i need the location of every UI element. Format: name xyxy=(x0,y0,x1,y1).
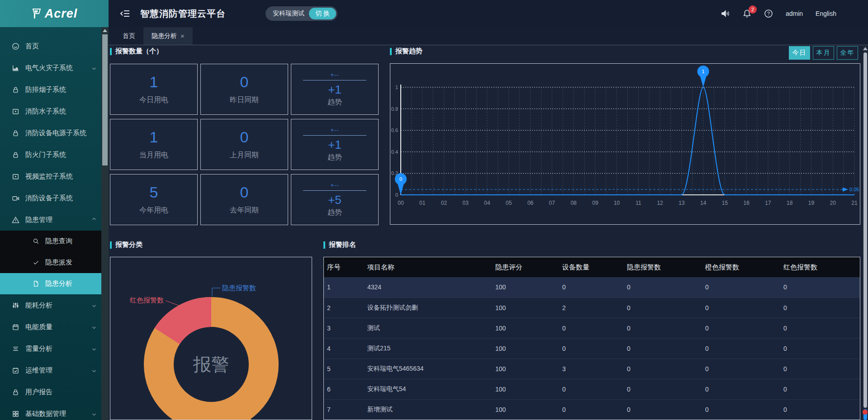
table-cell: 0 xyxy=(624,399,702,420)
svg-text:18: 18 xyxy=(787,200,793,206)
range-button-0[interactable]: 今日 xyxy=(789,46,810,60)
svg-text:07: 07 xyxy=(549,200,555,206)
page-scrollbar[interactable] xyxy=(863,45,868,420)
stat-value: 0 xyxy=(240,129,249,146)
scroll-up-arrow-icon[interactable] xyxy=(103,29,107,32)
warning-icon xyxy=(12,216,19,224)
close-icon[interactable]: × xyxy=(180,32,185,40)
trend-value: +5 xyxy=(328,193,342,207)
sidebar-item-7[interactable]: 消防设备子系统 xyxy=(0,187,101,209)
speaker-icon[interactable] xyxy=(721,9,730,18)
sidebar-collapse-icon[interactable] xyxy=(120,9,130,18)
sidebar-item-4[interactable]: 消防设备电源子系统 xyxy=(0,122,101,144)
svg-text:12: 12 xyxy=(657,200,663,206)
svg-text:1: 1 xyxy=(702,69,705,74)
table-cell: 0 xyxy=(624,277,702,297)
column-header: 序号 xyxy=(324,257,364,277)
svg-text:?: ? xyxy=(767,11,770,16)
donut-center-label: 报警 xyxy=(193,354,229,374)
sidebar-item-15[interactable]: 运维管理 xyxy=(0,359,101,381)
table-cell: 测试215 xyxy=(364,338,492,359)
table-cell: 4324 xyxy=(364,277,492,297)
sidebar-item-5[interactable]: 防火门子系统 xyxy=(0,144,101,165)
stat-card-3: 1 当月用电 xyxy=(110,119,198,170)
sidebar-scrollbar[interactable] xyxy=(101,27,109,420)
sidebar-item-11[interactable]: 隐患分析 xyxy=(0,273,109,294)
table-cell: 0 xyxy=(559,379,624,399)
table-cell: 0 xyxy=(702,277,780,297)
acrel-flag-icon xyxy=(31,8,42,19)
sidebar-item-9[interactable]: 隐患查询 xyxy=(0,231,109,252)
sliders-icon xyxy=(12,302,19,309)
sidebar-scroll-thumb[interactable] xyxy=(102,34,108,165)
column-header: 隐患评分 xyxy=(492,257,559,277)
sidebar-item-label: 消防设备电源子系统 xyxy=(25,129,86,137)
calendar-icon xyxy=(12,323,19,331)
sidebar-item-label: 需量分析 xyxy=(25,344,52,353)
sidebar-item-6[interactable]: 视频监控子系统 xyxy=(0,165,101,187)
column-header: 红色报警数 xyxy=(780,257,860,277)
trend-range-buttons: 今日本月全年 xyxy=(789,46,858,60)
sidebar-item-10[interactable]: 隐患派发 xyxy=(0,252,109,273)
sidebar-item-label: 运维管理 xyxy=(25,366,52,375)
sidebar-item-12[interactable]: 能耗分析 xyxy=(0,294,101,316)
stat-label: 今年用电 xyxy=(139,206,168,215)
sidebar-item-2[interactable]: 防排烟子系统 xyxy=(0,79,101,100)
alarm-ranking-table: 序号项目名称隐患评分设备数量隐患报警数橙色报警数红色报警数 1432410000… xyxy=(324,257,860,420)
stat-value: 0 xyxy=(240,74,249,90)
tenant-name: 安科瑞测试 xyxy=(273,9,304,18)
stat-label: 上月同期 xyxy=(230,151,259,160)
alarm-trend-chart: 00.20.40.60.8100010203040506070809101112… xyxy=(390,63,860,225)
sidebar-item-label: 隐患派发 xyxy=(45,258,72,267)
tab-1[interactable]: 隐患分析 × xyxy=(143,27,193,45)
stat-value: 5 xyxy=(150,184,158,201)
sidebar-item-14[interactable]: 需量分析 xyxy=(0,338,101,359)
svg-text:04: 04 xyxy=(484,200,490,206)
trend-label: 趋势 xyxy=(327,98,342,107)
area-chart-icon xyxy=(12,64,19,72)
table-cell: 安科瑞电气5465634 xyxy=(364,359,492,379)
table-cell: 0 xyxy=(624,359,702,379)
help-icon[interactable]: ? xyxy=(764,9,773,18)
table-cell: 设备拓扑测试勿删 xyxy=(364,297,492,318)
sidebar-item-1[interactable]: 电气火灾子系统 xyxy=(0,57,101,79)
user-menu[interactable]: admin xyxy=(786,10,803,17)
switch-tenant-button[interactable]: 切 换 xyxy=(309,8,336,19)
svg-text:0: 0 xyxy=(395,192,398,198)
trend-label: 趋势 xyxy=(327,208,342,217)
sidebar-item-13[interactable]: 电能质量 xyxy=(0,316,101,338)
scroll-up-arrow-icon[interactable] xyxy=(863,47,868,50)
page-scroll-thumb[interactable] xyxy=(863,52,867,408)
trend-top-value: +-- xyxy=(330,71,339,78)
column-header: 设备数量 xyxy=(559,257,624,277)
tab-label: 首页 xyxy=(123,32,135,40)
table-cell: 7 xyxy=(324,399,364,420)
stat-card-4: 0 上月同期 xyxy=(200,119,288,170)
notifications-bell-icon[interactable]: 2 xyxy=(743,9,751,18)
stat-card-0: 1 今日用电 xyxy=(110,64,198,115)
table-cell: 0 xyxy=(702,338,780,359)
document-icon xyxy=(33,280,39,287)
column-header: 隐患报警数 xyxy=(624,257,702,277)
camera-icon xyxy=(12,194,19,202)
tab-bar: 首页 隐患分析 × xyxy=(109,27,868,45)
sidebar-item-3[interactable]: 消防水子系统 xyxy=(0,100,101,122)
table-cell: 3 xyxy=(324,318,364,338)
search-icon xyxy=(33,238,39,245)
svg-text:05: 05 xyxy=(506,200,512,206)
range-button-2[interactable]: 全年 xyxy=(837,46,858,60)
sidebar-item-label: 隐患分析 xyxy=(45,279,72,288)
trend-top-value: +-- xyxy=(330,182,339,189)
table-cell: 0 xyxy=(559,318,624,338)
sidebar-item-0[interactable]: 首页 xyxy=(0,35,101,57)
tab-0[interactable]: 首页 xyxy=(114,27,143,45)
sidebar-item-16[interactable]: 用户报告 xyxy=(0,381,101,403)
svg-text:1: 1 xyxy=(395,85,398,90)
sidebar-item-17[interactable]: 基础数据管理 xyxy=(0,403,101,420)
stat-card-6: 5 今年用电 xyxy=(110,174,198,225)
range-button-1[interactable]: 本月 xyxy=(813,46,834,60)
main-content: 报警数量（个） 1 今日用电 0 昨日同期 +-- +1 趋势 1 当月用电 0… xyxy=(109,45,863,420)
sidebar-item-8[interactable]: 隐患管理 xyxy=(0,209,101,231)
sidebar-item-label: 视频监控子系统 xyxy=(25,172,73,181)
language-switch[interactable]: English xyxy=(816,10,836,17)
